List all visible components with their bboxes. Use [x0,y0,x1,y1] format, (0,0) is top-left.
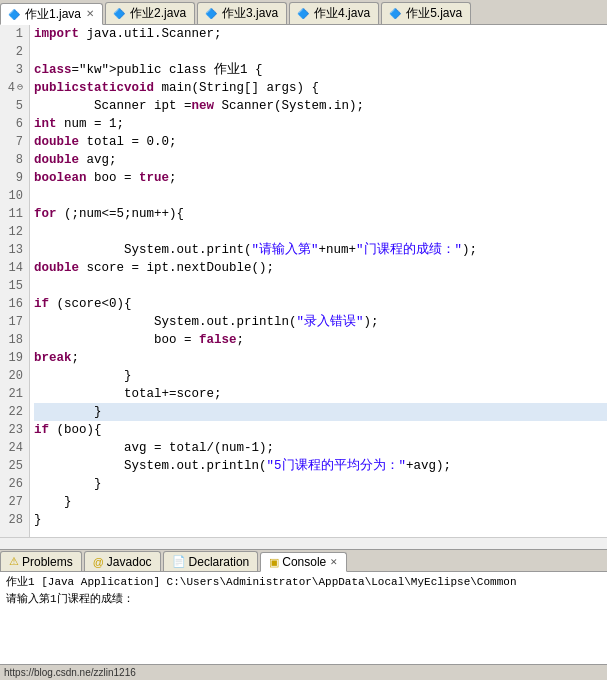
tab-bar: 🔷 作业1.java ✕ 🔷 作业2.java 🔷 作业3.java 🔷 作业4… [0,0,607,25]
horizontal-scrollbar[interactable] [0,537,607,549]
code-line-6[interactable]: int num = 1; [34,115,607,133]
console-header-line: 作业1 [Java Application] C:\Users\Administ… [6,574,601,591]
code-line-5[interactable]: Scanner ipt =new Scanner(System.in); [34,97,607,115]
line-number-1: 1 [6,25,23,43]
console-icon: ▣ [269,556,279,569]
line-number-14: 14 [6,259,23,277]
line-numbers: 1234⊖56789101112131415161718192021222324… [0,25,30,537]
tab-label-homework3: 作业3.java [222,5,278,22]
console-label: Console [282,555,326,569]
code-line-27[interactable]: } [34,493,607,511]
status-bar: https://blog.csdn.ne/zzlin1216 [0,664,607,680]
java-file-icon-2: 🔷 [112,7,126,21]
code-line-10[interactable] [34,187,607,205]
line-number-8: 8 [6,151,23,169]
code-line-14[interactable]: double score = ipt.nextDouble(); [34,259,607,277]
line-number-13: 13 [6,241,23,259]
java-file-icon-4: 🔷 [296,7,310,21]
tab-homework3[interactable]: 🔷 作业3.java [197,2,287,24]
line-number-27: 27 [6,493,23,511]
line-number-21: 21 [6,385,23,403]
java-file-icon-3: 🔷 [204,7,218,21]
line-number-2: 2 [6,43,23,61]
tab-label-homework4: 作业4.java [314,5,370,22]
line-number-23: 23 [6,421,23,439]
code-line-26[interactable]: } [34,475,607,493]
code-line-1[interactable]: import java.util.Scanner; [34,25,607,43]
code-line-2[interactable] [34,43,607,61]
code-line-18[interactable]: boo = false; [34,331,607,349]
code-line-21[interactable]: total+=score; [34,385,607,403]
code-line-20[interactable]: } [34,367,607,385]
code-line-19[interactable]: break; [34,349,607,367]
line-number-18: 18 [6,331,23,349]
tab-javadoc[interactable]: @ Javadoc [84,551,161,571]
code-lines[interactable]: import java.util.Scanner; class="kw">pub… [30,25,607,537]
line-number-7: 7 [6,133,23,151]
line-number-5: 5 [6,97,23,115]
line-number-4: 4⊖ [6,79,23,97]
code-line-8[interactable]: double avg; [34,151,607,169]
code-editor: 1234⊖56789101112131415161718192021222324… [0,25,607,549]
line-number-20: 20 [6,367,23,385]
line-number-28: 28 [6,511,23,529]
tab-close-homework1[interactable]: ✕ [86,9,94,19]
line-number-9: 9 [6,169,23,187]
line-number-16: 16 [6,295,23,313]
code-line-7[interactable]: double total = 0.0; [34,133,607,151]
tab-label-homework2: 作业2.java [130,5,186,22]
code-container: 1234⊖56789101112131415161718192021222324… [0,25,607,537]
line-number-3: 3 [6,61,23,79]
tab-problems[interactable]: ⚠ Problems [0,551,82,571]
status-text: https://blog.csdn.ne/zzlin1216 [4,667,136,678]
line-number-22: 22 [6,403,23,421]
bottom-tab-bar: ⚠ Problems @ Javadoc 📄 Declaration ▣ Con… [0,550,607,572]
line-number-19: 19 [6,349,23,367]
code-line-11[interactable]: for (;num<=5;num++){ [34,205,607,223]
tab-homework4[interactable]: 🔷 作业4.java [289,2,379,24]
line-number-25: 25 [6,457,23,475]
code-line-13[interactable]: System.out.print("请输入第"+num+"门课程的成绩："); [34,241,607,259]
code-line-24[interactable]: avg = total/(num-1); [34,439,607,457]
code-line-15[interactable] [34,277,607,295]
java-file-icon: 🔷 [7,7,21,21]
code-line-3[interactable]: class="kw">public class 作业1 { [34,61,607,79]
code-line-25[interactable]: System.out.println("5门课程的平均分为："+avg); [34,457,607,475]
tab-label-homework1: 作业1.java [25,6,81,23]
tab-console[interactable]: ▣ Console ✕ [260,552,347,572]
tab-homework5[interactable]: 🔷 作业5.java [381,2,471,24]
line-number-10: 10 [6,187,23,205]
code-line-12[interactable] [34,223,607,241]
line-number-12: 12 [6,223,23,241]
declaration-icon: 📄 [172,555,186,568]
tab-declaration[interactable]: 📄 Declaration [163,551,259,571]
bottom-panel: ⚠ Problems @ Javadoc 📄 Declaration ▣ Con… [0,549,607,664]
tab-homework2[interactable]: 🔷 作业2.java [105,2,195,24]
line-number-24: 24 [6,439,23,457]
declaration-label: Declaration [189,555,250,569]
code-line-17[interactable]: System.out.println("录入错误"); [34,313,607,331]
line-number-26: 26 [6,475,23,493]
code-line-23[interactable]: if (boo){ [34,421,607,439]
line-number-17: 17 [6,313,23,331]
console-content: 作业1 [Java Application] C:\Users\Administ… [0,572,607,664]
line-number-11: 11 [6,205,23,223]
code-line-16[interactable]: if (score<0){ [34,295,607,313]
line-number-15: 15 [6,277,23,295]
code-line-22[interactable]: } [34,403,607,421]
line-number-6: 6 [6,115,23,133]
java-file-icon-5: 🔷 [388,7,402,21]
problems-icon: ⚠ [9,555,19,568]
console-close[interactable]: ✕ [330,557,338,567]
code-line-4[interactable]: public static void main(String[] args) { [34,79,607,97]
code-line-9[interactable]: boolean boo = true; [34,169,607,187]
problems-label: Problems [22,555,73,569]
console-output-line: 请输入第1门课程的成绩： [6,591,601,608]
javadoc-label: Javadoc [107,555,152,569]
code-line-28[interactable]: } [34,511,607,529]
javadoc-icon: @ [93,556,104,568]
tab-label-homework5: 作业5.java [406,5,462,22]
tab-homework1[interactable]: 🔷 作业1.java ✕ [0,3,103,25]
fold-icon[interactable]: ⊖ [17,79,23,97]
